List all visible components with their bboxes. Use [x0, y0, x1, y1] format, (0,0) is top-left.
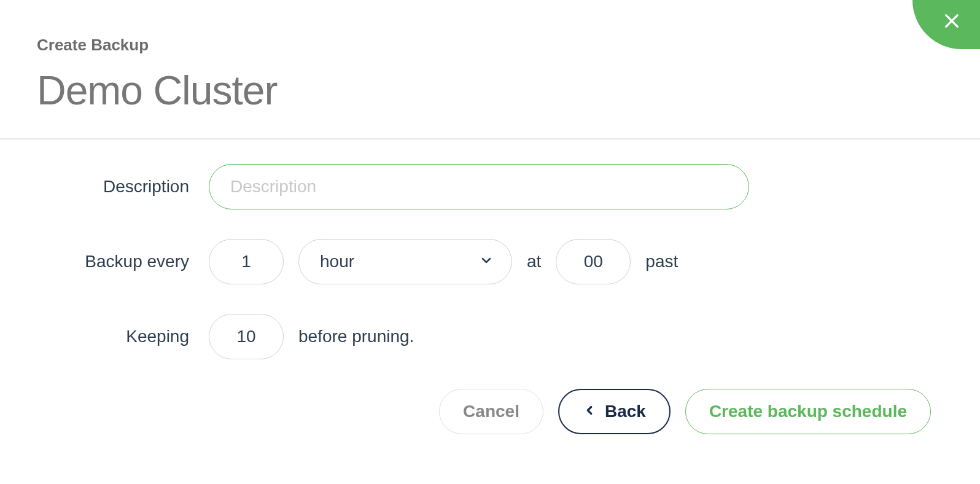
past-text: past [645, 252, 678, 271]
page-header: Create Backup Demo Cluster [0, 0, 980, 139]
cancel-button[interactable]: Cancel [439, 389, 543, 434]
back-button-label: Back [605, 402, 646, 421]
keeping-input[interactable] [209, 314, 284, 359]
description-row: Description [37, 164, 943, 209]
unit-select[interactable]: hour [298, 239, 512, 284]
description-label: Description [37, 177, 209, 197]
button-row: Cancel Back Create backup schedule [37, 389, 943, 434]
chevron-left-icon [583, 402, 596, 421]
backup-every-label: Backup every [37, 252, 209, 271]
form-container: Description Backup every hour at past Ke… [0, 139, 980, 459]
close-icon [942, 11, 962, 33]
at-text: at [527, 252, 541, 271]
keeping-label: Keeping [37, 327, 209, 346]
back-button[interactable]: Back [558, 389, 671, 434]
create-backup-schedule-button[interactable]: Create backup schedule [685, 389, 931, 434]
minute-input[interactable] [556, 239, 631, 284]
backup-every-row: Backup every hour at past [37, 239, 943, 284]
keeping-suffix: before pruning. [298, 327, 414, 346]
keeping-row: Keeping before pruning. [37, 314, 943, 359]
page-title: Demo Cluster [37, 67, 943, 114]
page-subtitle: Create Backup [37, 36, 943, 55]
description-input[interactable] [209, 164, 749, 209]
interval-input[interactable] [209, 239, 284, 284]
